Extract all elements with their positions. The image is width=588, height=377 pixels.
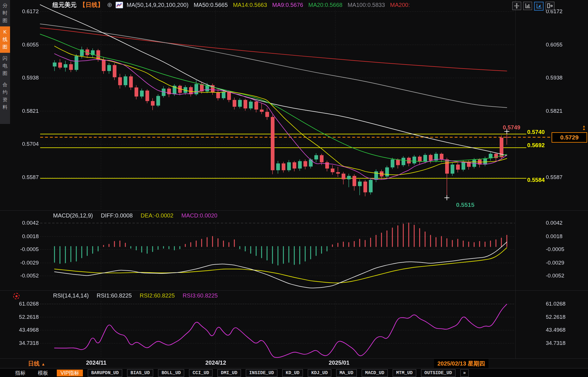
date-axis-label: 2024/11 [86, 359, 106, 366]
price-axis-label: 0.6172 [10, 8, 39, 15]
rsi-axis-label: 43.4968 [546, 327, 566, 333]
price-axis-label: 0.6055 [10, 42, 39, 48]
macd-diff-value: DIFF:0.0008 [101, 212, 133, 219]
period-up-arrow-icon: ▲ [41, 362, 45, 366]
price-axis-label: 0.5938 [10, 75, 39, 81]
add-indicator-icon[interactable]: ⊕ [107, 1, 112, 9]
ma-value-label: MA50:0.5665 [194, 2, 228, 8]
tab-templates[interactable]: 模板 [34, 370, 52, 376]
ma-values: MA50:0.5665MA14:0.5663MA9:0.5676MA20:0.5… [188, 2, 410, 8]
current-date-label: 2025/02/13 星期四 [434, 359, 488, 368]
sidebar-item-contract-info[interactable]: 合约资料 [0, 79, 10, 113]
sidebar-item-candlestick-chart[interactable]: K线图 [0, 26, 10, 53]
tab-inside-ud[interactable]: INSIDE_UD [246, 369, 277, 377]
ma-value-label: MA100:0.5833 [348, 2, 385, 8]
tab-boll-ud[interactable]: BOLL_UD [158, 369, 184, 377]
rsi-axis-label: 43.4968 [10, 327, 39, 333]
macd-axis-label: 0.0042 [546, 220, 562, 226]
macd-axis-label: 0.0018 [10, 233, 39, 240]
rsi-header: RSI(14,14,14) RSI1:60.8225 RSI2:60.8225 … [53, 292, 224, 299]
price-axis-label: 0.5587 [546, 174, 562, 180]
macd-axis-label: -0.0005 [10, 246, 39, 252]
rsi3-value: RSI3:60.8225 [183, 292, 218, 299]
rsi-axis-label: 61.0268 [10, 301, 39, 307]
low-price-label: 0.5515 [456, 201, 474, 208]
macd-axis-label: -0.0029 [10, 260, 39, 266]
tab-indicators[interactable]: 指标 [11, 370, 29, 376]
chart-header: 纽元美元 【日线】 ⊕ MA(50,14,9,20,100,200) MA50:… [52, 1, 410, 9]
rsi-axis-label: 52.2618 [546, 314, 566, 320]
sidebar-item-time-chart[interactable]: 分时图 [0, 0, 10, 26]
rsi-title: RSI(14,14,14) [53, 292, 89, 299]
price-marker-arrows-icon: ▲▲ [582, 125, 586, 130]
macd-dea-value: DEA:-0.0002 [141, 212, 174, 219]
tab-dmi-ud[interactable]: DMI_UD [217, 369, 241, 377]
period-tag: 【日线】 [79, 1, 104, 9]
tab-vip-indicators[interactable]: VIP指标 [57, 370, 83, 376]
indicator-tabbar: 指标模板VIP指标BARUPDN_UDBIAS_UDBOLL_UDCCI_UDD… [0, 368, 588, 377]
price-axis-label: 0.5587 [10, 174, 39, 180]
rsi-axis-label: 34.7318 [10, 340, 39, 346]
right-scale-icon[interactable] [546, 2, 554, 10]
macd-header: MACD(26,12,9) DIFF:0.0008 DEA:-0.0002 MA… [53, 212, 224, 219]
ma-value-label: MA9:0.5676 [272, 2, 303, 8]
high-price-label: 0.5749 [503, 124, 520, 131]
tab-mtm-ud[interactable]: MTM_UD [393, 369, 416, 377]
rsi1-value: RSI1:60.8225 [97, 292, 132, 299]
price-axis-label: 0.6055 [546, 42, 562, 48]
tab-kd-ud[interactable]: KD_UD [282, 369, 303, 377]
macd-axis-label: -0.0052 [10, 273, 39, 279]
resistance2-label: 0.5692 [527, 142, 545, 149]
tab-barupdn-ud[interactable]: BARUPDN_UD [88, 369, 122, 377]
record-dot-icon [13, 293, 20, 299]
support-label: 0.5584 [527, 177, 545, 183]
app-window: 分时图K线图闪电图合约资料 纽元美元 【日线】 ⊕ MA(50,14,9,20,… [0, 0, 588, 377]
pan-crosshair-icon[interactable] [512, 2, 521, 10]
ma-settings-label: MA(50,14,9,20,100,200) [126, 2, 188, 8]
period-selector[interactable]: 日线▲ [28, 360, 45, 368]
tab-outside-ud[interactable]: OUTSIDE_UD [421, 369, 455, 377]
rsi-axis-label: 52.2618 [10, 314, 39, 320]
period-selector-label: 日线 [28, 360, 40, 367]
tab-cci-ud[interactable]: CCI_UD [189, 369, 213, 377]
rsi2-value: RSI2:60.8225 [140, 292, 175, 299]
auto-scale-icon[interactable] [534, 2, 544, 11]
chart-toolbar [512, 2, 554, 11]
macd-axis-label: -0.0005 [546, 246, 564, 252]
price-axis-label: 0.5704 [10, 141, 39, 147]
macd-macd-value: MACD:0.0020 [181, 212, 217, 219]
macd-axis-label: -0.0052 [546, 273, 564, 279]
ma-value-label: MA200: [390, 2, 410, 8]
price-axis-label: 0.5821 [10, 108, 39, 114]
axis-scale-icon[interactable] [523, 2, 532, 10]
tab-more-tabs[interactable]: » [460, 369, 469, 377]
rsi-axis-label: 61.0268 [546, 301, 566, 307]
tab-macd-ud[interactable]: MACD_UD [362, 369, 388, 377]
resistance1-label: 0.5740 [527, 129, 545, 135]
chart-canvas[interactable] [0, 0, 588, 377]
tab-bias-ud[interactable]: BIAS_UD [127, 369, 153, 377]
macd-axis-label: 0.0018 [546, 233, 562, 240]
macd-title: MACD(26,12,9) [53, 212, 93, 219]
symbol-title: 纽元美元 [52, 1, 77, 9]
current-price-box: 0.5729 [552, 132, 587, 143]
sidebar: 分时图K线图闪电图合约资料 [0, 0, 10, 124]
tab-ma-ud[interactable]: MA_UD [336, 369, 357, 377]
rsi-axis-label: 34.7318 [546, 340, 566, 346]
price-axis-label: 0.5821 [546, 108, 562, 114]
macd-axis-label: 0.0042 [10, 220, 39, 226]
date-axis-label: 2025/01 [329, 359, 349, 366]
macd-axis-label: -0.0029 [546, 260, 564, 266]
price-axis-label: 0.5938 [546, 75, 562, 81]
mini-chart-icon[interactable] [116, 2, 123, 8]
date-axis-label: 2024/12 [205, 359, 226, 366]
ma-value-label: MA20:0.5668 [308, 2, 342, 8]
sidebar-item-lightning-chart[interactable]: 闪电图 [0, 53, 10, 79]
tab-kdj-ud[interactable]: KDJ_UD [308, 369, 331, 377]
ma-value-label: MA14:0.5663 [233, 2, 267, 8]
